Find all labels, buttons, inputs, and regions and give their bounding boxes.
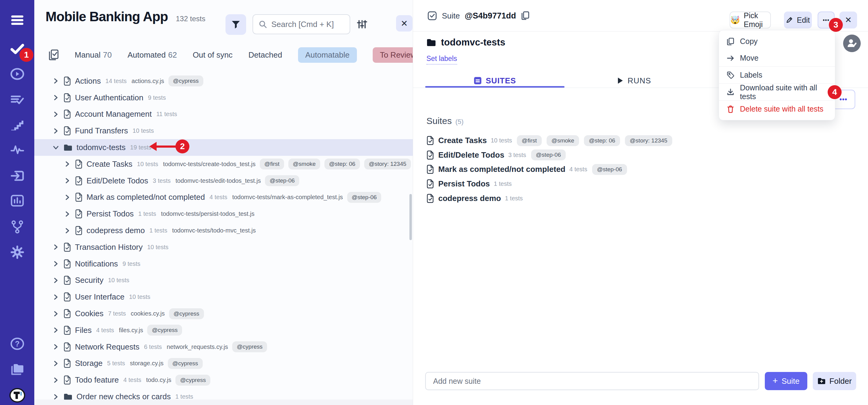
tree-item-name[interactable]: Notifications [75,259,118,269]
suite-row-persist-todos[interactable]: Persist Todos1 tests [426,177,857,191]
tree-item-name[interactable]: User Interface [75,292,124,302]
close-panel-button[interactable]: ✕ [396,15,412,32]
chevron-right-icon[interactable] [63,210,71,218]
tree-item-name[interactable]: Security [75,276,103,285]
tag-pill[interactable]: @smoke [288,159,320,169]
tree-item-name[interactable]: Todo feature [75,375,119,385]
suite-name[interactable]: codepress demo [438,194,501,203]
tree-item-name[interactable]: User Authentication [75,93,143,102]
tree-row-transaction-history[interactable]: Transaction History10 tests [34,239,413,256]
tree-row-persist-todos[interactable]: Persist Todos1 teststodomvc-tests/persis… [34,206,413,222]
tag-pill[interactable]: @story: 12345 [625,135,672,146]
chevron-right-icon[interactable] [52,243,60,251]
tree-row-codepress-demo[interactable]: codepress demo1 teststodomvc-tests/todo-… [34,222,413,239]
tree-row-security[interactable]: Security10 tests [34,272,413,289]
menu-item-labels[interactable]: Labels [719,67,835,83]
chevron-down-icon[interactable] [52,145,60,150]
suite-row-codepress-demo[interactable]: codepress demo1 tests [426,191,857,206]
tree-row-network-requests[interactable]: Network Requests6 testsnetwork_requests.… [34,339,413,355]
suite-row-edit-delete-todos[interactable]: Edit/Delete Todos3 tests@step-06 [426,148,857,163]
suite-name[interactable]: Mark as completed/not completed [438,165,565,174]
tree-row-account-management[interactable]: Account Management11 tests [34,106,413,123]
view-settings-button[interactable] [354,17,370,32]
tree-item-name[interactable]: Network Requests [75,342,139,352]
steps-stairs-icon[interactable] [0,116,34,133]
tree-row-edit-delete-todos[interactable]: Edit/Delete Todos3 teststodomvc-tests/ed… [34,172,413,189]
chevron-right-icon[interactable] [52,277,60,284]
tree-item-name[interactable]: Transaction History [75,242,143,252]
tag-pill[interactable]: @cypress [168,75,203,87]
tree-row-user-interface[interactable]: User Interface10 tests [34,289,413,305]
runs-play-icon[interactable] [0,65,34,82]
tag-pill[interactable]: @step: 06 [584,135,620,146]
assignee-avatar[interactable] [843,35,861,52]
add-suite-button[interactable]: + Suite [765,372,807,390]
tree-row-storage[interactable]: Storage5 testsstorage.cy.js@cypress [34,355,413,372]
tag-pill[interactable]: @cypress [147,325,182,336]
search-input[interactable] [271,20,341,29]
tag-pill[interactable]: @step-06 [531,149,566,160]
search-box[interactable] [252,14,350,34]
tree-row-create-tasks[interactable]: Create Tasks10 teststodomvc-tests/create… [34,156,413,172]
chevron-right-icon[interactable] [52,327,60,334]
copy-id-icon[interactable] [521,11,530,21]
tab-suites[interactable]: SUITES [425,74,564,87]
tree-item-name[interactable]: Storage [75,359,102,368]
add-folder-button[interactable]: Folder [813,372,856,390]
tab-runs[interactable]: RUNS [564,74,704,87]
projects-folders-icon[interactable] [0,361,34,378]
branches-icon[interactable] [0,218,34,235]
tag-pill[interactable]: @step-06 [347,192,381,203]
filter-button[interactable] [225,14,246,35]
menu-item-delete-suite-with-all-tests[interactable]: Delete suite with all tests [719,101,835,117]
tag-pill[interactable]: @first [517,135,542,146]
menu-item-copy[interactable]: Copy [719,33,835,50]
chevron-right-icon[interactable] [52,310,60,317]
menu-item-download-suite-with-all-tests[interactable]: Download suite with all tests [719,84,835,100]
tree-item-name[interactable]: Cookies [75,309,103,318]
chevron-right-icon[interactable] [52,260,60,267]
chevron-right-icon[interactable] [63,227,71,234]
menu-item-move[interactable]: Move [719,50,835,66]
chevron-right-icon[interactable] [52,94,60,101]
tree-row-todo-feature[interactable]: Todo feature4 teststodo.cy.js@cypress [34,372,413,388]
tree-item-name[interactable]: Account Management [75,109,152,119]
settings-gear-icon[interactable] [0,244,34,261]
suite-name[interactable]: Create Tasks [438,136,487,145]
filter-tab-automatable[interactable]: Automatable [298,47,357,63]
tree-item-name[interactable]: Create Tasks [87,160,132,169]
tree-item-name[interactable]: Mark as completed/not completed [87,193,205,202]
hamburger-menu-icon[interactable] [0,11,34,29]
tree-row-files[interactable]: Files4 testsfiles.cy.js@cypress [34,322,413,339]
logo-avatar[interactable] [0,387,34,404]
tree-item-name[interactable]: Fund Transfers [75,126,128,136]
import-signin-icon[interactable] [0,167,34,184]
tag-pill[interactable]: @smoke [547,135,579,146]
tree-item-name[interactable]: Persist Todos [87,209,134,218]
suite-row-create-tasks[interactable]: Create Tasks10 tests@first@smoke@step: 0… [426,133,857,148]
tag-pill[interactable]: @cypress [169,308,204,319]
edit-suite-button[interactable]: Edit [784,11,812,29]
pulse-activity-icon[interactable] [0,141,34,158]
set-labels-link[interactable]: Set labels [426,55,457,65]
scrollbar-thumb[interactable] [409,194,412,240]
tree-item-name[interactable]: Files [75,326,92,335]
chevron-right-icon[interactable] [63,160,71,168]
chevron-right-icon[interactable] [52,393,60,400]
tag-pill[interactable]: @cypress [232,341,267,352]
tag-pill[interactable]: @story: 12345 [364,159,411,169]
chevron-right-icon[interactable] [52,111,60,118]
suite-name[interactable]: Edit/Delete Todos [438,150,504,160]
filter-tab-detached[interactable]: Detached [248,50,282,60]
chevron-right-icon[interactable] [63,194,71,201]
tag-pill[interactable]: @step-06 [265,175,299,186]
chevron-right-icon[interactable] [52,294,60,301]
chevron-right-icon[interactable] [52,77,60,85]
tree-row-todomvc-tests[interactable]: todomvc-tests19 tests [34,139,413,156]
tag-pill[interactable]: @step-06 [592,164,627,175]
filter-tab-out-of-sync[interactable]: Out of sync [193,50,233,60]
tree-row-notifications[interactable]: Notifications9 tests [34,256,413,272]
tag-pill[interactable]: @cypress [176,375,210,385]
filter-tab-manual[interactable]: Manual70 [75,50,112,60]
tree-row-mark-as-completed-not-completed[interactable]: Mark as completed/not completed4 teststo… [34,189,413,206]
